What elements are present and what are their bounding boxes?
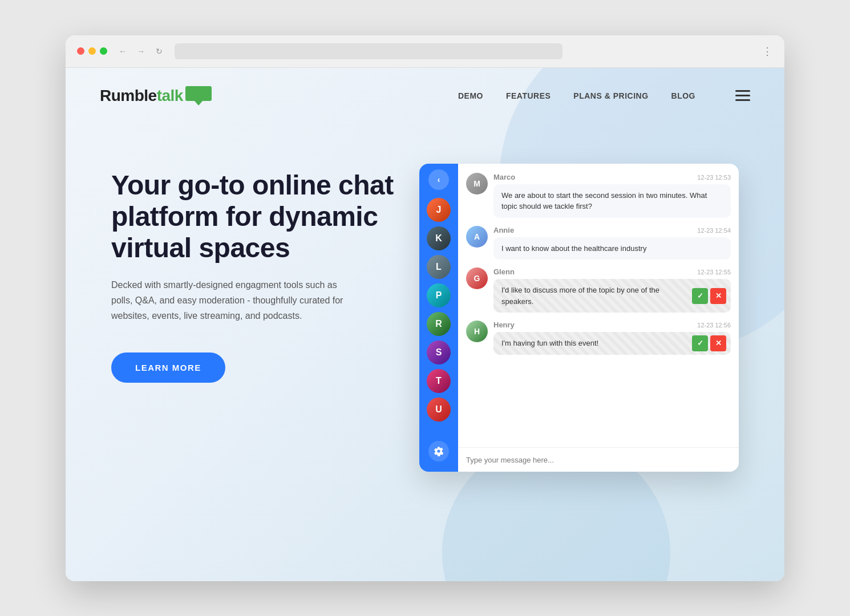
logo-bubble-icon [184, 85, 213, 107]
hero-left: Your go-to online chat platform for dyna… [111, 158, 396, 383]
message-glenn: G Glenn 12-23 12:55 I'd like to discuss … [466, 268, 731, 313]
sidebar-avatar-4[interactable]: P [427, 283, 451, 307]
logo-talk-text: talk [157, 87, 183, 105]
nav-plans[interactable]: PLANS & PRICING [573, 91, 648, 100]
message-actions-glenn: ✓ ✕ [692, 288, 726, 304]
hamburger-line-2 [735, 95, 750, 96]
hamburger-line-1 [735, 90, 750, 92]
sender-name-annie: Annie [493, 226, 514, 234]
browser-dots [77, 47, 107, 55]
chat-input-area [458, 447, 739, 472]
sidebar-avatar-6[interactable]: S [427, 341, 451, 364]
message-text-glenn: I'd like to discuss more of the topic by… [501, 286, 659, 306]
browser-window: ← → ↻ ⋮ Rumble talk DEMO FEATURES PLANS … [66, 35, 784, 581]
browser-chrome: ← → ↻ ⋮ [66, 35, 784, 68]
message-content-glenn: Glenn 12-23 12:55 I'd like to discuss mo… [493, 268, 731, 313]
sidebar-avatar-1[interactable]: J [427, 198, 451, 222]
sidebar-avatar-5[interactable]: R [427, 312, 451, 336]
browser-menu-button[interactable]: ⋮ [762, 45, 773, 58]
message-text-marco: We are about to start the second session… [501, 191, 707, 211]
chat-input[interactable] [466, 456, 731, 464]
approve-button-henry[interactable]: ✓ [692, 335, 708, 351]
sidebar-avatar-7[interactable]: T [427, 369, 451, 393]
message-annie: A Annie 12-23 12:54 I want to know about… [466, 226, 731, 260]
learn-more-button[interactable]: LEARN MORE [111, 352, 225, 383]
message-content-annie: Annie 12-23 12:54 I want to know about t… [493, 226, 731, 260]
sender-name-henry: Henry [493, 321, 515, 329]
hamburger-menu[interactable] [735, 90, 750, 101]
message-bubble-marco: We are about to start the second session… [493, 184, 731, 218]
gear-icon [434, 446, 444, 456]
hero-title: Your go-to online chat platform for dyna… [111, 169, 396, 264]
hero-subtitle: Decked with smartly-designed engagment t… [111, 277, 357, 324]
message-header-marco: Marco 12-23 12:53 [493, 173, 731, 181]
message-content-marco: Marco 12-23 12:53 We are about to start … [493, 173, 731, 218]
message-time-annie: 12-23 12:54 [697, 227, 731, 234]
message-bubble-henry: I'm having fun with this event! ✓ ✕ [493, 332, 731, 355]
message-bubble-glenn: I'd like to discuss more of the topic by… [493, 279, 731, 313]
chat-sidebar: ‹ J K L P R S T U [419, 164, 458, 472]
logo-rumble-text: Rumble [100, 87, 157, 105]
address-bar[interactable] [175, 43, 562, 59]
message-marco: M Marco 12-23 12:53 We are about to star… [466, 173, 731, 218]
forward-button[interactable]: → [135, 45, 147, 58]
chat-messages: M Marco 12-23 12:53 We are about to star… [458, 164, 739, 447]
minimize-dot[interactable] [88, 47, 96, 55]
hamburger-line-3 [735, 99, 750, 101]
close-dot[interactable] [77, 47, 84, 55]
nav-features[interactable]: FEATURES [506, 91, 551, 100]
hero-section: Your go-to online chat platform for dyna… [66, 124, 784, 506]
message-bubble-annie: I want to know about the healthcare indu… [493, 237, 731, 260]
browser-nav: ← → ↻ [116, 45, 165, 58]
chat-main: M Marco 12-23 12:53 We are about to star… [458, 164, 739, 472]
reject-button-glenn[interactable]: ✕ [710, 288, 726, 304]
page-content: Rumble talk DEMO FEATURES PLANS & PRICIN… [66, 68, 784, 581]
avatar-annie: A [466, 226, 488, 248]
sender-name-marco: Marco [493, 173, 515, 181]
back-button[interactable]: ← [116, 45, 129, 58]
avatar-glenn: G [466, 268, 488, 289]
nav-demo[interactable]: DEMO [458, 91, 483, 100]
nav-blog[interactable]: BLOG [671, 91, 695, 100]
sidebar-back-button[interactable]: ‹ [428, 169, 449, 190]
settings-button[interactable] [428, 441, 449, 461]
maximize-dot[interactable] [100, 47, 107, 55]
sidebar-avatar-8[interactable]: U [427, 398, 451, 422]
message-time-glenn: 12-23 12:55 [697, 269, 731, 275]
message-header-annie: Annie 12-23 12:54 [493, 226, 731, 234]
avatar-henry: H [466, 321, 488, 342]
message-header-henry: Henry 12-23 12:56 [493, 321, 731, 329]
refresh-button[interactable]: ↻ [153, 45, 165, 58]
message-time-henry: 12-23 12:56 [697, 322, 731, 329]
message-actions-henry: ✓ ✕ [692, 335, 726, 351]
sidebar-avatar-3[interactable]: L [427, 255, 451, 279]
message-text-henry: I'm having fun with this event! [501, 339, 598, 347]
logo: Rumble talk [100, 85, 213, 107]
chat-widget: ‹ J K L P R S T U [419, 164, 739, 472]
sender-name-glenn: Glenn [493, 268, 515, 276]
reject-button-henry[interactable]: ✕ [710, 335, 726, 351]
avatar-marco: M [466, 173, 488, 194]
nav-links: DEMO FEATURES PLANS & PRICING BLOG [458, 90, 750, 101]
approve-button-glenn[interactable]: ✓ [692, 288, 708, 304]
sidebar-avatar-2[interactable]: K [427, 226, 451, 250]
navbar: Rumble talk DEMO FEATURES PLANS & PRICIN… [66, 68, 784, 124]
message-content-henry: Henry 12-23 12:56 I'm having fun with th… [493, 321, 731, 355]
message-header-glenn: Glenn 12-23 12:55 [493, 268, 731, 276]
message-henry: H Henry 12-23 12:56 I'm having fun with … [466, 321, 731, 355]
message-text-annie: I want to know about the healthcare indu… [501, 244, 646, 253]
message-time-marco: 12-23 12:53 [697, 174, 731, 181]
